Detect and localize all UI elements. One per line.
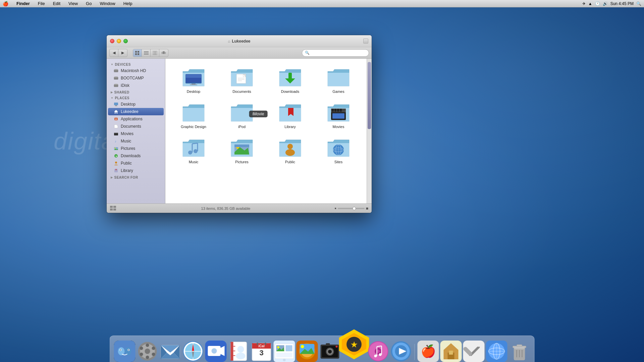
mail-icon[interactable] [160,341,181,362]
folder-label-pictures: Pictures [235,160,249,164]
scrollbar[interactable] [367,59,372,203]
address-book-icon[interactable] [228,341,250,362]
folder-label-music: Music [189,160,199,164]
dock-network[interactable] [486,341,507,362]
list-view-button[interactable] [142,49,151,57]
dock-apple-store[interactable]: 🍎 [418,341,439,362]
folder-graphic-design[interactable]: Graphic Design [171,99,216,132]
imovie-icon[interactable]: ★ [337,327,371,361]
search-triangle[interactable]: ▶ [111,176,113,179]
folder-movies[interactable]: Movies [316,99,361,132]
system-preferences-icon[interactable] [137,341,158,362]
itunes-icon[interactable] [368,341,389,362]
folder-ipod[interactable]: iPod [219,99,265,132]
grid-size-control[interactable]: ■ ■ [335,206,368,211]
close-button[interactable] [110,39,114,43]
quicktime-icon[interactable] [390,341,412,362]
sidebar-item-library[interactable]: Library [107,167,165,174]
mobileme-icon[interactable] [440,341,462,362]
xcode-icon[interactable] [463,341,485,362]
folder-documents[interactable]: Documents [219,64,265,97]
folder-library[interactable]: Library [267,99,313,132]
folder-downloads[interactable]: Downloads [267,64,313,97]
volume-icon[interactable]: 🔊 [603,1,608,6]
wifi-icon[interactable]: ▲ [588,1,592,6]
folder-sites[interactable]: Sites [316,134,361,167]
scroll-thumb[interactable] [368,62,371,129]
folder-games[interactable]: Games [316,64,361,97]
network-icon[interactable] [486,341,507,362]
places-triangle[interactable]: ▼ [111,97,113,100]
facetime-icon[interactable] [205,341,227,362]
sidebar-item-applications[interactable]: A Applications [107,115,165,123]
menu-help[interactable]: Help [122,1,134,6]
svg-point-96 [152,353,155,356]
sidebar-item-desktop[interactable]: Desktop [107,101,165,108]
sidebar-item-pictures[interactable]: Pictures [107,145,165,152]
folder-music[interactable]: Music [171,134,216,167]
finder-icon[interactable] [114,341,136,362]
menu-edit[interactable]: Edit [52,1,62,6]
forward-button[interactable]: ▶ [118,49,127,57]
column-view-button[interactable] [151,49,159,57]
icon-view-button[interactable] [133,49,142,57]
svg-marker-22 [114,110,118,112]
dock-iphoto[interactable] [274,341,295,362]
dock-finder[interactable] [114,341,136,362]
menu-window[interactable]: Window [98,1,116,6]
maximize-button[interactable] [123,39,128,43]
dock-imovie[interactable]: ★ [342,338,366,362]
menu-go[interactable]: Go [85,1,93,6]
coverflow-view-button[interactable] [159,49,168,57]
dock-facetime[interactable] [205,341,227,362]
folder-desktop[interactable]: Desktop [171,64,216,97]
search-bar[interactable]: 🔍 [302,49,369,57]
ical-icon[interactable]: iCal 3 [251,341,272,362]
menu-file[interactable]: File [37,1,46,6]
iphoto-icon[interactable] [274,341,295,362]
svg-point-100 [145,349,150,354]
search-input[interactable] [311,51,366,55]
sidebar-item-macintosh-hd[interactable]: Macintosh HD [107,67,165,74]
dock-ical[interactable]: iCal 3 [251,341,272,362]
svg-point-134 [277,346,279,348]
dock-idvd[interactable] [297,341,318,362]
file-area: Desktop Documents [165,59,367,203]
window-zoom-button[interactable] [363,39,368,44]
apple-store-icon[interactable]: 🍎 [418,341,439,362]
search-menubar-icon[interactable]: 🔍 [636,1,641,6]
minimize-button[interactable] [117,39,121,43]
shared-triangle[interactable]: ▶ [111,91,113,94]
dock-mail[interactable] [160,341,181,362]
sidebar-item-music[interactable]: ♪ Music [107,137,165,145]
grid-size-slider[interactable] [338,208,365,209]
dock-quicktime[interactable] [390,341,412,362]
apple-menu[interactable]: 🍎 [3,1,8,6]
sidebar-item-downloads[interactable]: Downloads [107,152,165,160]
idvd-icon[interactable] [297,341,318,362]
back-button[interactable]: ◀ [110,49,118,57]
menu-view[interactable]: View [67,1,79,6]
safari-icon[interactable] [182,341,204,362]
devices-triangle[interactable]: ▼ [111,63,113,66]
sidebar-item-movies[interactable]: Movies [107,130,165,137]
svg-point-86 [118,347,125,355]
dock-xcode[interactable] [463,341,485,362]
trash-icon[interactable] [509,341,530,362]
folder-pictures[interactable]: Pictures [219,134,265,167]
folder-public[interactable]: Public [267,134,313,167]
sidebar-item-public[interactable]: Public [107,160,165,167]
menu-finder[interactable]: Finder [15,1,31,6]
sidebar-item-documents[interactable]: Documents [107,123,165,130]
slider-thumb[interactable] [353,207,356,210]
sidebar-item-lukeedee[interactable]: Lukeedee [108,108,164,115]
dock-trash[interactable] [509,341,530,362]
dock-safari[interactable] [182,341,204,362]
airport-icon[interactable]: ✈ [582,1,586,6]
dock-itunes[interactable] [368,341,389,362]
dock-mobileme[interactable] [440,341,462,362]
dock-address-book[interactable] [228,341,250,362]
sidebar-item-idisk[interactable]: iDisk [107,82,165,89]
sidebar-item-bootcamp[interactable]: BOOTCAMP [107,74,165,82]
dock-system-preferences[interactable] [137,341,158,362]
